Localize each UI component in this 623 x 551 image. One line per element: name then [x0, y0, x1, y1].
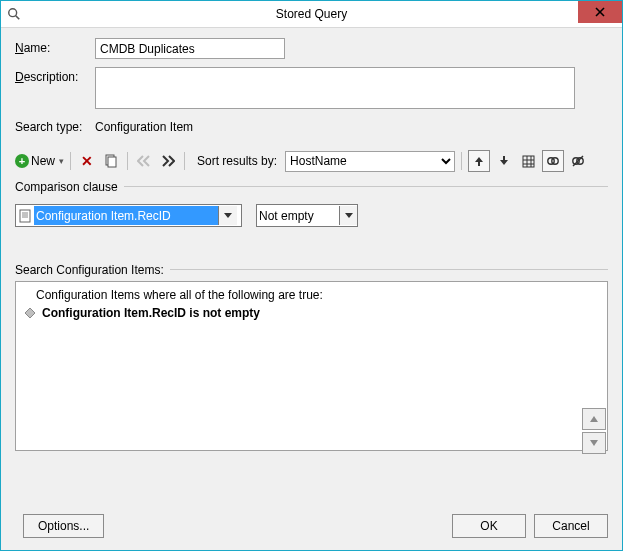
new-button-label: New: [31, 154, 55, 168]
unlink-icon: [571, 154, 585, 168]
prev-button[interactable]: [134, 151, 154, 171]
link-icon: [546, 154, 560, 168]
move-down-button[interactable]: [582, 432, 606, 454]
copy-icon: [104, 154, 118, 168]
double-left-icon: [137, 155, 151, 167]
rule: [170, 269, 608, 270]
chevron-down-icon[interactable]: [339, 206, 357, 225]
triangle-up-icon: [589, 415, 599, 423]
arrow-down-icon: [498, 155, 510, 167]
separator: [70, 152, 71, 170]
delete-button[interactable]: ✕: [77, 151, 97, 171]
criteria-item-text: Configuration Item.RecID is not empty: [42, 306, 260, 320]
arrow-up-icon: [473, 155, 485, 167]
svg-rect-5: [108, 157, 116, 167]
svg-point-0: [9, 9, 17, 17]
svg-line-1: [16, 16, 20, 20]
field-combo[interactable]: [15, 204, 242, 227]
name-label: Name:: [15, 38, 95, 55]
svg-point-12: [552, 158, 558, 164]
separator: [127, 152, 128, 170]
toolbar: + New ▾ ✕ Sort results by: HostName: [15, 150, 608, 172]
criteria-header: Configuration Items where all of the fol…: [22, 286, 601, 306]
options-button[interactable]: Options...: [23, 514, 104, 538]
sort-label: Sort results by:: [197, 154, 277, 168]
name-input[interactable]: [95, 38, 285, 59]
grid-button[interactable]: [518, 151, 538, 171]
link-on-button[interactable]: [542, 150, 564, 172]
description-label: Description:: [15, 67, 95, 84]
operator-combo-input[interactable]: [257, 206, 339, 225]
search-type-label: Search type:: [15, 117, 95, 134]
stored-query-dialog: Stored Query Name: Description: Search t…: [0, 0, 623, 551]
reorder-buttons: [582, 408, 606, 454]
operator-combo[interactable]: [256, 204, 358, 227]
search-icon: [1, 7, 27, 21]
svg-rect-6: [523, 156, 534, 167]
separator: [184, 152, 185, 170]
next-button[interactable]: [158, 151, 178, 171]
field-combo-input[interactable]: [34, 206, 218, 225]
cancel-button[interactable]: Cancel: [534, 514, 608, 538]
chevron-down-icon[interactable]: [218, 206, 237, 225]
double-right-icon: [161, 155, 175, 167]
description-input[interactable]: [95, 67, 575, 109]
delete-icon: ✕: [81, 153, 93, 169]
plus-icon: +: [15, 154, 29, 168]
copy-button[interactable]: [101, 151, 121, 171]
close-button[interactable]: [578, 1, 622, 23]
new-button[interactable]: + New ▾: [15, 151, 64, 171]
sort-select[interactable]: HostName: [285, 151, 455, 172]
document-icon: [16, 209, 34, 223]
comparison-clause-row: [15, 204, 608, 227]
title-bar: Stored Query: [1, 1, 622, 28]
dialog-body: Name: Description: Search type: Configur…: [1, 28, 622, 550]
criteria-item[interactable]: Configuration Item.RecID is not empty: [22, 306, 601, 320]
sort-desc-button[interactable]: [494, 151, 514, 171]
criteria-listbox[interactable]: Configuration Items where all of the fol…: [15, 281, 608, 451]
rule: [124, 186, 608, 187]
dialog-footer: Options... OK Cancel: [15, 502, 608, 538]
sort-asc-button[interactable]: [468, 150, 490, 172]
ok-button[interactable]: OK: [452, 514, 526, 538]
comparison-clause-label: Comparison clause: [15, 180, 118, 194]
grid-icon: [522, 155, 535, 168]
search-type-value: Configuration Item: [95, 117, 193, 134]
link-off-button[interactable]: [568, 151, 588, 171]
move-up-button[interactable]: [582, 408, 606, 430]
triangle-down-icon: [589, 439, 599, 447]
diamond-icon: [24, 307, 36, 319]
window-title: Stored Query: [1, 7, 622, 21]
svg-rect-16: [20, 210, 30, 222]
separator: [461, 152, 462, 170]
dropdown-icon: ▾: [59, 156, 64, 166]
search-config-items-label: Search Configuration Items:: [15, 263, 164, 277]
